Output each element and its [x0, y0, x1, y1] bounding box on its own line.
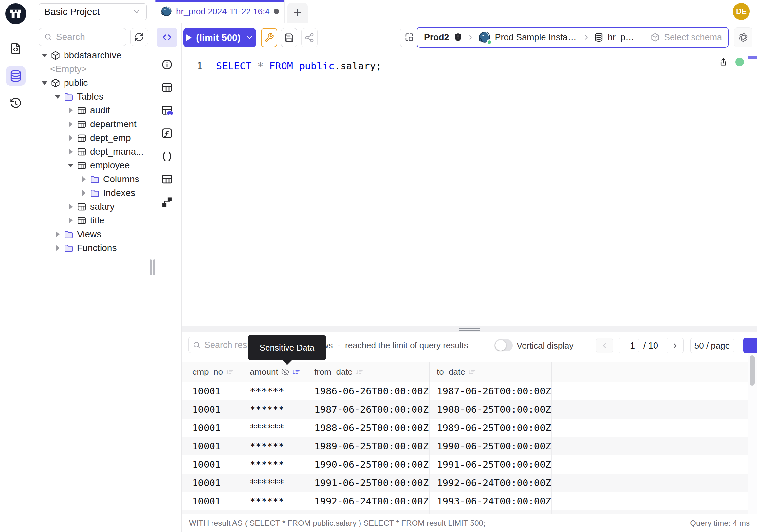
tree-item-views[interactable]: Views [31, 227, 152, 241]
rail-item-worksheets[interactable] [6, 39, 25, 58]
admin-wrench-button[interactable] [261, 28, 277, 47]
table-cell[interactable]: 10001 [182, 419, 244, 437]
table-cell[interactable]: ****** [244, 382, 309, 400]
page-number-input[interactable] [619, 338, 639, 354]
table-row[interactable]: 10001******1988-06-25T00:00:00Z1989-06-2… [182, 419, 747, 437]
table-cell[interactable] [552, 510, 747, 514]
table-cell[interactable]: 1987-06-26T00:00:00Z [430, 382, 552, 400]
table-cell[interactable]: ****** [244, 437, 309, 455]
table-cell[interactable]: ****** [244, 510, 309, 514]
caret-down-icon[interactable] [54, 95, 61, 99]
table-row[interactable]: 10001******1993-06-24T00:00:00Z1994-06-2… [182, 510, 747, 514]
table-cell[interactable]: ****** [244, 455, 309, 474]
results-search[interactable] [188, 337, 283, 353]
run-query-button[interactable]: (limit 500) [183, 28, 256, 47]
table-cell[interactable] [552, 437, 747, 455]
panel-resize-handle[interactable] [182, 326, 757, 332]
table-cell[interactable]: 1994-06-24T00:00:00Z [430, 510, 552, 514]
refresh-button[interactable] [130, 28, 148, 46]
caret-right-icon[interactable] [54, 245, 61, 251]
table-cell[interactable]: 10001 [182, 510, 244, 514]
table-cell[interactable] [552, 492, 747, 510]
table-cell[interactable]: 1991-06-25T00:00:00Z [430, 455, 552, 474]
table-cell[interactable] [552, 455, 747, 474]
table-row[interactable]: 10001******1989-06-25T00:00:00Z1990-06-2… [182, 437, 747, 455]
table-cell[interactable] [552, 382, 747, 400]
bytebase-logo-icon[interactable] [5, 3, 27, 25]
ai-assistant-button[interactable] [734, 27, 752, 47]
database-selector[interactable]: Prod2 Prod Sample Instance hr_prod [417, 27, 644, 47]
table-cell[interactable]: 1992-06-24T00:00:00Z [430, 474, 552, 492]
export-button[interactable] [743, 338, 757, 354]
column-header-from_date[interactable]: from_date [309, 362, 430, 382]
page-size-select[interactable]: 50 / page [690, 338, 734, 354]
code-panel-toggle[interactable] [157, 27, 177, 47]
table-cell[interactable]: 10001 [182, 492, 244, 510]
table-row[interactable]: 10001******1990-06-25T00:00:00Z1991-06-2… [182, 455, 747, 474]
table-cell[interactable]: 10001 [182, 382, 244, 400]
sort-icon[interactable] [468, 368, 476, 376]
schema-diagram-icon[interactable] [161, 196, 173, 208]
caret-right-icon[interactable] [67, 218, 74, 223]
save-button[interactable] [281, 28, 297, 47]
editor-minimap[interactable] [748, 52, 757, 326]
project-select[interactable]: Basic Project [39, 3, 147, 20]
table-row[interactable]: 10001******1987-06-26T00:00:00Z1988-06-2… [182, 400, 747, 419]
results-search-input[interactable] [204, 340, 279, 350]
caret-right-icon[interactable] [67, 121, 74, 127]
parentheses-icon[interactable] [161, 150, 173, 163]
tree-item-employee[interactable]: employee [31, 159, 152, 172]
tree-item-department[interactable]: department [31, 117, 152, 131]
tree-item-empty[interactable]: <Empty> [31, 62, 152, 76]
table-cell[interactable]: 10001 [182, 437, 244, 455]
table-cell[interactable]: 1989-06-25T00:00:00Z [309, 437, 430, 455]
table-cell[interactable] [552, 400, 747, 419]
schema-selector[interactable]: Select schema [644, 27, 728, 47]
caret-down-icon[interactable] [41, 54, 48, 57]
table-row[interactable]: 10001******1992-06-24T00:00:00Z1993-06-2… [182, 492, 747, 510]
rail-item-databases[interactable] [6, 66, 25, 86]
table-icon[interactable] [161, 81, 173, 94]
table-icon[interactable] [161, 173, 173, 185]
tree-item-bbdataarchive[interactable]: bbdataarchive [31, 48, 152, 62]
table-cell[interactable]: ****** [244, 492, 309, 510]
sidebar-resize-handle[interactable] [148, 260, 156, 275]
table-cell[interactable] [552, 474, 747, 492]
tree-item-dept-mana[interactable]: dept_mana... [31, 145, 152, 159]
table-cell[interactable]: 1992-06-24T00:00:00Z [309, 492, 430, 510]
table-cell[interactable]: 1988-06-25T00:00:00Z [309, 419, 430, 437]
table-cell[interactable]: 1990-06-25T00:00:00Z [430, 437, 552, 455]
share-button[interactable] [301, 28, 318, 47]
caret-right-icon[interactable] [67, 135, 74, 141]
tree-item-title[interactable]: title [31, 214, 152, 227]
table-cell[interactable]: ****** [244, 400, 309, 419]
tree-item-dept-emp[interactable]: dept_emp [31, 131, 152, 145]
column-header-to_date[interactable]: to_date [430, 362, 552, 382]
sidebar-search-input[interactable] [56, 32, 121, 42]
sort-icon[interactable] [292, 368, 301, 376]
table-row[interactable]: 10001******1991-06-25T00:00:00Z1992-06-2… [182, 474, 747, 492]
avatar[interactable]: DE [733, 3, 750, 20]
table-cell[interactable]: ****** [244, 419, 309, 437]
table-cell[interactable]: 10001 [182, 474, 244, 492]
caret-right-icon[interactable] [67, 108, 74, 113]
results-scrollbar[interactable] [747, 353, 757, 514]
table-cell[interactable]: 1990-06-25T00:00:00Z [309, 455, 430, 474]
table-cell[interactable]: 1989-06-25T00:00:00Z [430, 419, 552, 437]
worksheet-tab[interactable]: hr_prod 2024-11-22 16:49 [155, 0, 285, 23]
next-page-button[interactable] [667, 338, 684, 354]
previous-page-button[interactable] [596, 338, 613, 354]
tree-item-salary[interactable]: salary [31, 200, 152, 214]
table-cell[interactable]: 1986-06-26T00:00:00Z [309, 382, 430, 400]
info-icon[interactable] [161, 58, 173, 71]
tree-item-audit[interactable]: audit [31, 104, 152, 117]
table-cell[interactable]: 1991-06-25T00:00:00Z [309, 474, 430, 492]
sort-icon[interactable] [226, 368, 234, 376]
tree-item-indexes[interactable]: Indexes [31, 186, 152, 200]
masked-table-icon[interactable] [161, 104, 173, 117]
caret-right-icon[interactable] [54, 231, 61, 237]
caret-down-icon[interactable] [67, 164, 74, 168]
tree-item-functions[interactable]: Functions [31, 241, 152, 255]
table-cell[interactable]: 1993-06-24T00:00:00Z [430, 492, 552, 510]
column-header-emp_no[interactable]: emp_no [182, 362, 244, 382]
